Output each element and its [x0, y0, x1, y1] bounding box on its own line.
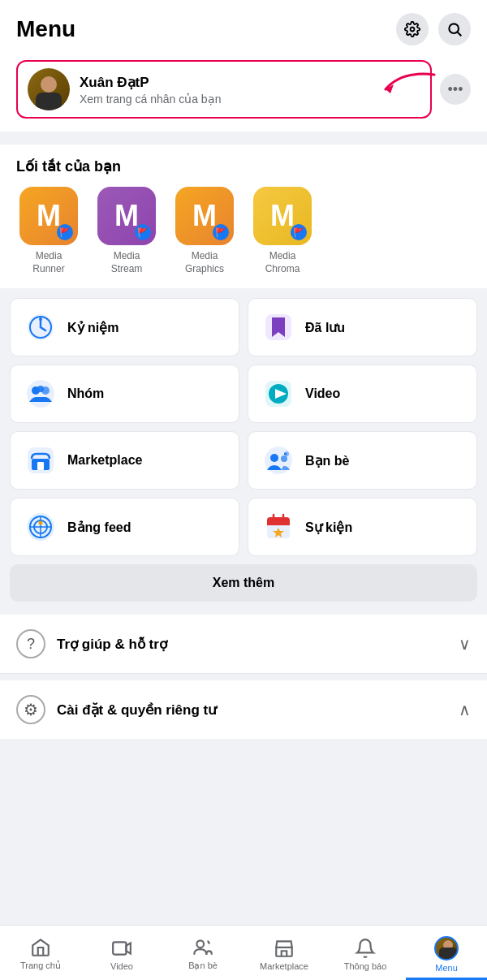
home-icon — [30, 937, 51, 958]
video-icon — [264, 379, 293, 408]
svg-point-20 — [281, 455, 287, 462]
menu-label-video: Video — [305, 386, 340, 401]
svg-point-1 — [449, 24, 459, 33]
da-luu-icon-wrap — [261, 310, 295, 344]
ky-niem-icon — [26, 313, 55, 342]
shortcut-label-media-runner: MediaRunner — [32, 250, 64, 275]
shortcut-media-chroma[interactable]: M 🚩 MediaChroma — [250, 187, 315, 275]
profile-subtitle: Xem trang cá nhân của bạn — [80, 93, 420, 106]
nav-item-friends[interactable]: Bạn bè — [162, 926, 244, 980]
shortcut-icon-media-chroma: M 🚩 — [253, 187, 312, 245]
gear-icon — [404, 21, 420, 37]
su-kien-icon-wrap — [261, 510, 295, 544]
shortcut-label-media-graphics: MediaGraphics — [185, 250, 224, 275]
profile-info: Xuân ĐạtP Xem trang cá nhân của bạn — [80, 74, 420, 106]
profile-card[interactable]: Xuân ĐạtP Xem trang cá nhân của bạn — [16, 60, 432, 119]
help-icon: ? — [16, 629, 45, 658]
menu-label-su-kien: Sự kiện — [305, 520, 352, 535]
menu-label-da-luu: Đã lưu — [305, 320, 345, 335]
bang-feed-icon — [26, 512, 55, 542]
menu-section: Kỷ niệm Đã lưu — [0, 298, 487, 602]
svg-rect-31 — [267, 522, 290, 525]
nav-avatar — [434, 936, 459, 961]
settings-section[interactable]: ⚙ Cài đặt & quyền riêng tư ∧ — [0, 680, 487, 739]
menu-item-nhom[interactable]: Nhóm — [10, 365, 239, 423]
svg-line-2 — [458, 32, 462, 37]
shortcut-icon-media-graphics: M 🚩 — [175, 187, 234, 245]
shortcut-media-stream[interactable]: M 🚩 MediaStream — [94, 187, 159, 275]
search-button[interactable] — [438, 13, 471, 45]
nav-label-notifications: Thông báo — [344, 961, 387, 971]
shortcut-flag-2: 🚩 — [135, 224, 151, 240]
nav-label-menu: Menu — [435, 963, 458, 973]
menu-label-ky-niem: Kỷ niệm — [67, 320, 119, 335]
bang-feed-icon-wrap — [24, 510, 58, 544]
menu-label-bang-feed: Bảng feed — [67, 520, 131, 535]
svg-point-0 — [411, 28, 415, 32]
menu-label-nhom: Nhóm — [67, 386, 104, 401]
bottom-nav: Trang chủ Video Bạn bè Marketplace — [0, 925, 487, 980]
shortcut-media-runner[interactable]: M 🚩 MediaRunner — [16, 187, 81, 275]
menu-item-marketplace[interactable]: Marketplace — [10, 431, 239, 490]
svg-rect-35 — [113, 942, 126, 954]
profile-more-button[interactable]: ••• — [440, 74, 471, 105]
menu-item-video[interactable]: Video — [248, 365, 477, 423]
nav-item-marketplace[interactable]: Marketplace — [244, 926, 325, 980]
bell-icon — [355, 938, 376, 959]
help-chevron-icon: ∨ — [459, 634, 471, 654]
shortcuts-section: Lối tắt của bạn M 🚩 MediaRunner M 🚩 Medi… — [0, 145, 487, 288]
menu-label-ban-be: Bạn bè — [305, 453, 349, 468]
ban-be-icon-wrap — [261, 443, 295, 477]
shortcuts-grid: M 🚩 MediaRunner M 🚩 MediaStream M 🚩 — [16, 187, 471, 275]
nav-label-home: Trang chủ — [20, 961, 61, 971]
menu-item-bang-feed[interactable]: Bảng feed — [10, 498, 239, 556]
settings-button[interactable] — [396, 13, 429, 45]
shortcut-media-graphics[interactable]: M 🚩 MediaGraphics — [172, 187, 237, 275]
nav-item-video[interactable]: Video — [81, 926, 162, 980]
svg-point-36 — [196, 940, 204, 948]
see-more-button[interactable]: Xem thêm — [10, 564, 477, 602]
shortcut-icon-media-runner: M 🚩 — [19, 187, 78, 245]
nhom-icon — [26, 379, 55, 408]
nav-label-friends: Bạn bè — [188, 961, 218, 971]
svg-point-28 — [39, 521, 43, 525]
svg-point-8 — [27, 380, 54, 408]
marketplace-icon — [26, 446, 55, 475]
search-icon — [446, 21, 463, 37]
menu-item-su-kien[interactable]: Sự kiện — [248, 498, 477, 556]
ban-be-icon — [264, 446, 293, 475]
profile-section: Xuân ĐạtP Xem trang cá nhân của bạn ••• — [0, 52, 487, 132]
svg-rect-17 — [37, 462, 44, 470]
nav-label-video: Video — [110, 961, 133, 971]
help-label: Trợ giúp & hỗ trợ — [57, 636, 447, 653]
help-section[interactable]: ? Trợ giúp & hỗ trợ ∨ — [0, 615, 487, 673]
menu-grid: Kỷ niệm Đã lưu — [10, 298, 477, 556]
su-kien-icon — [264, 512, 293, 542]
marketplace-icon-wrap — [24, 443, 58, 477]
settings-section-icon: ⚙ — [16, 695, 45, 724]
menu-item-ky-niem[interactable]: Kỷ niệm — [10, 298, 239, 356]
nhom-icon-wrap — [24, 377, 58, 411]
ky-niem-icon-wrap — [24, 310, 58, 344]
shortcut-flag-1: 🚩 — [57, 224, 73, 240]
shortcut-label-media-stream: MediaStream — [111, 250, 143, 275]
avatar — [28, 68, 70, 110]
nav-item-home[interactable]: Trang chủ — [0, 926, 81, 980]
shortcut-icon-media-stream: M 🚩 — [97, 187, 156, 245]
da-luu-icon — [264, 313, 293, 342]
shortcut-flag-4: 🚩 — [291, 224, 307, 240]
nav-item-notifications[interactable]: Thông báo — [325, 926, 406, 980]
menu-item-ban-be[interactable]: Bạn bè — [248, 431, 477, 490]
profile-name: Xuân ĐạtP — [80, 74, 420, 91]
menu-item-da-luu[interactable]: Đã lưu — [248, 298, 477, 356]
page-title: Menu — [16, 16, 75, 42]
marketplace-nav-icon — [274, 938, 295, 959]
shortcuts-title: Lối tắt của bạn — [16, 158, 471, 175]
header: Menu — [0, 0, 487, 52]
menu-label-marketplace: Marketplace — [67, 453, 143, 468]
nav-item-menu[interactable]: Menu — [406, 926, 487, 980]
svg-point-19 — [270, 454, 278, 462]
svg-point-11 — [37, 386, 44, 392]
shortcut-flag-3: 🚩 — [213, 224, 229, 240]
video-icon-wrap — [261, 377, 295, 411]
